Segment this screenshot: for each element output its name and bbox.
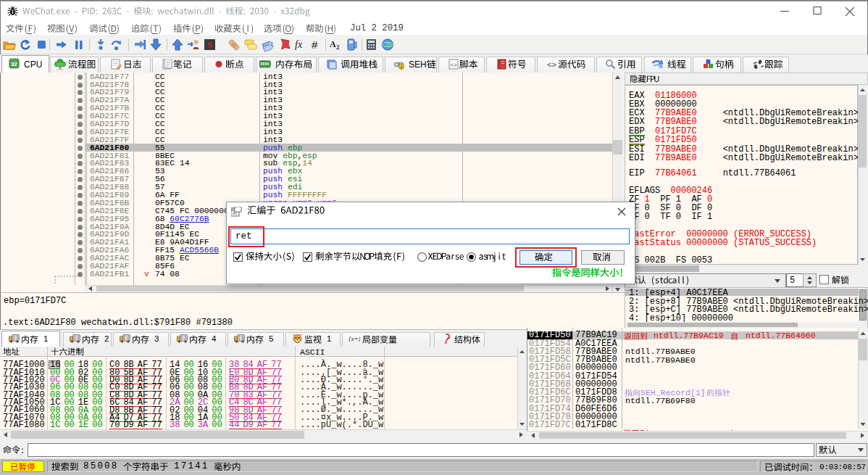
svg-text:<>: <> bbox=[450, 62, 457, 68]
svg-text:[x=]: [x=] bbox=[349, 335, 360, 342]
svg-text:<>: <> bbox=[547, 61, 556, 70]
svg-text:A: A bbox=[330, 39, 336, 49]
svg-text:2: 2 bbox=[336, 44, 340, 51]
svg-text:S: S bbox=[207, 40, 212, 50]
svg-text:#: # bbox=[312, 38, 318, 51]
svg-text:32: 32 bbox=[12, 62, 17, 67]
svg-text:!: ! bbox=[401, 65, 402, 70]
svg-text:fx: fx bbox=[295, 39, 303, 50]
